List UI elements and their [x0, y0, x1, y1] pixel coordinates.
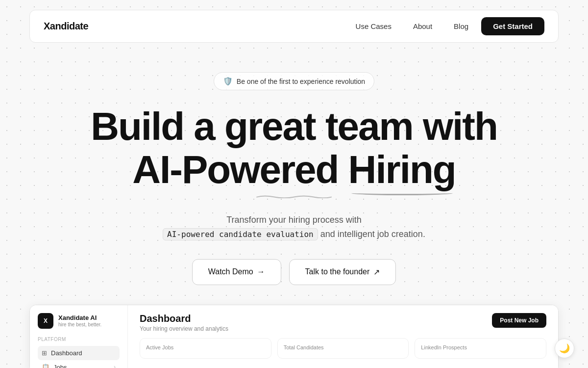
dashboard-nav-icon: ⊞ — [42, 349, 47, 357]
total-candidates-label: Total Candidates — [284, 344, 403, 350]
sidebar-platform-label: Platform — [38, 337, 120, 342]
total-candidates-card: Total Candidates — [277, 338, 409, 359]
hero-badge: 🛡️ Be one of the first to experience rev… — [214, 72, 374, 90]
hero-subtitle-prefix: Transform your hiring process with — [226, 215, 361, 225]
jobs-chevron-icon: › — [114, 364, 116, 368]
sidebar-dashboard-label: Dashboard — [51, 349, 82, 357]
logo: Xandidate — [44, 21, 88, 32]
watch-demo-button[interactable]: Watch Demo → — [192, 259, 281, 285]
navbar: Xandidate Use Cases About Blog Get Start… — [29, 10, 559, 43]
linkedin-prospects-card: LinkedIn Prospects — [415, 338, 546, 359]
nav-use-cases[interactable]: Use Cases — [347, 18, 400, 34]
sidebar-logo-icon: X — [38, 313, 53, 329]
watch-demo-label: Watch Demo — [208, 267, 253, 276]
dark-mode-toggle[interactable]: 🌙 — [555, 339, 574, 358]
sidebar-item-dashboard[interactable]: ⊞ Dashboard — [38, 346, 120, 360]
post-new-job-button[interactable]: Post New Job — [492, 313, 546, 328]
sidebar-logo-sub: hire the best, better. — [58, 322, 101, 327]
hero-title-line1: Build a great team with — [91, 105, 497, 148]
active-jobs-card: Active Jobs — [140, 338, 271, 359]
dashboard-header-row: Dashboard Your hiring overview and analy… — [140, 313, 546, 332]
dashboard-cards: Active Jobs Total Candidates LinkedIn Pr… — [140, 338, 546, 359]
jobs-nav-icon: 📋 — [42, 364, 49, 368]
dark-mode-icon: 🌙 — [559, 343, 570, 354]
cta-buttons: Watch Demo → Talk to the founder ↗ — [0, 259, 588, 285]
hero-subtitle-suffix: and intelligent job creation. — [320, 229, 425, 239]
nav-about[interactable]: About — [404, 18, 441, 34]
talk-to-founder-button[interactable]: Talk to the founder ↗ — [289, 259, 396, 285]
dashboard-main: Dashboard Your hiring overview and analy… — [128, 305, 558, 368]
sidebar-item-jobs[interactable]: 📋 Jobs › — [38, 360, 120, 368]
linkedin-prospects-label: LinkedIn Prospects — [421, 344, 540, 350]
sidebar-jobs-label: Jobs — [53, 364, 67, 368]
sidebar-logo-row: X Xandidate AI hire the best, better. — [38, 313, 120, 329]
nav-links: Use Cases About Blog Get Started — [347, 17, 544, 35]
hero-title-hiring: Hiring — [348, 148, 456, 191]
hero-subtitle-code: AI-powered candidate evaluation — [163, 228, 318, 240]
badge-text: Be one of the first to experience revolu… — [237, 78, 365, 85]
dashboard-title-area: Dashboard Your hiring overview and analy… — [140, 313, 228, 332]
talk-to-founder-arrow-icon: ↗ — [373, 267, 380, 277]
hero-subtitle: Transform your hiring process with AI-po… — [0, 213, 588, 241]
get-started-button[interactable]: Get Started — [481, 17, 544, 35]
sidebar-logo-info: Xandidate AI hire the best, better. — [58, 314, 101, 327]
dashboard-title: Dashboard — [140, 313, 228, 324]
dashboard-subtitle: Your hiring overview and analytics — [140, 325, 228, 332]
sidebar-logo-text: Xandidate AI — [58, 314, 101, 322]
hiring-underline — [245, 194, 343, 198]
dashboard-sidebar: X Xandidate AI hire the best, better. Pl… — [30, 305, 128, 368]
hero-title-line2-prefix: AI-Powered — [132, 148, 348, 191]
watch-demo-arrow-icon: → — [257, 267, 265, 276]
hero-title: Build a great team with AI-Powered Hirin… — [0, 105, 588, 191]
nav-blog[interactable]: Blog — [445, 18, 477, 34]
active-jobs-label: Active Jobs — [146, 344, 265, 350]
talk-to-founder-label: Talk to the founder — [305, 267, 370, 276]
dashboard-preview: X Xandidate AI hire the best, better. Pl… — [29, 305, 559, 368]
hero-section: 🛡️ Be one of the first to experience rev… — [0, 53, 588, 285]
badge-icon: 🛡️ — [223, 77, 233, 86]
